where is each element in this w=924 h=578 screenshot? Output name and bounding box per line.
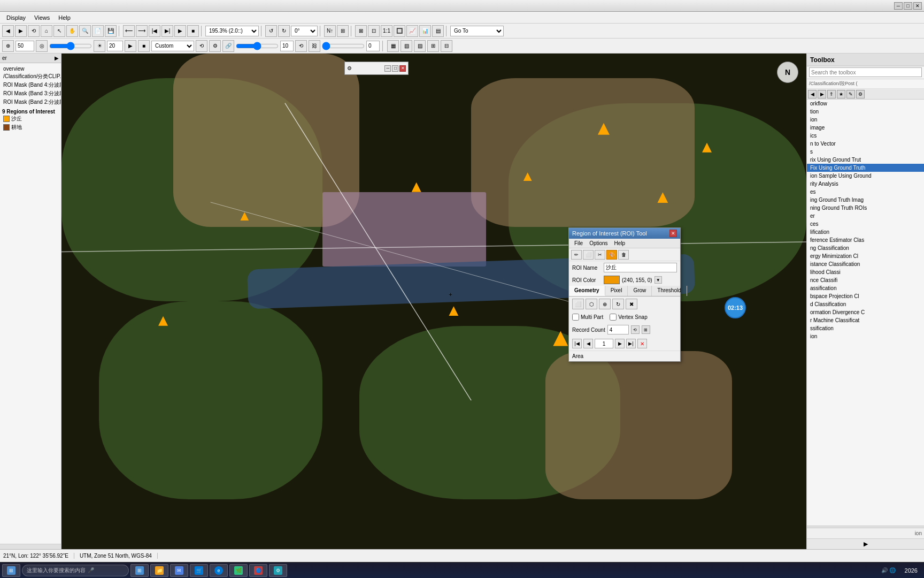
taskbar-store-btn[interactable]: 🛒 — [190, 564, 208, 577]
tb-pan-btn[interactable]: ✋ — [66, 25, 78, 37]
tb2-refresh2[interactable]: ⟲ — [295, 40, 307, 52]
tb2-sun[interactable]: ☀ — [94, 40, 105, 52]
taskbar-app2-btn[interactable]: 🔵 — [249, 564, 267, 577]
toolbox-item-13[interactable]: ning Ground Truth ROIs — [807, 204, 924, 212]
roi-menu-options[interactable]: Options — [586, 240, 611, 247]
roi-tb-color[interactable]: 🎨 — [606, 250, 617, 260]
rotation-select[interactable]: 0° — [291, 26, 318, 36]
roi-tb-delete[interactable]: 🗑 — [618, 250, 629, 260]
roi-item-gengdi[interactable]: 耕地 — [2, 123, 59, 132]
toolbox-item-12[interactable]: ing Ground Truth Imag — [807, 196, 924, 204]
toolbox-item-9[interactable]: ion Sample Using Ground — [807, 172, 924, 180]
roi-multipart-checkbox[interactable] — [572, 314, 579, 321]
tb-rotate-left[interactable]: ↺ — [265, 25, 277, 37]
tb2-circle[interactable]: ◎ — [36, 40, 48, 52]
menu-help[interactable]: Help — [54, 13, 75, 22]
roi-record-reset[interactable]: ⊞ — [642, 325, 650, 334]
toolbox-item-16[interactable]: lification — [807, 228, 924, 236]
toolbox-item-27[interactable]: r Machine Classificat — [807, 316, 924, 324]
toolbox-item-29[interactable]: ion — [807, 332, 924, 340]
tb-north-up[interactable]: N↑ — [324, 25, 336, 37]
roi-dialog-title-bar[interactable]: Region of Interest (ROI) Tool ✕ — [569, 228, 680, 239]
map-cursor[interactable]: + — [449, 291, 453, 295]
tb2-value1[interactable] — [16, 41, 34, 51]
tb2-value2[interactable] — [107, 41, 123, 51]
tb-rotate-right[interactable]: ↻ — [278, 25, 290, 37]
tb2-value3[interactable] — [280, 41, 294, 51]
roi-geom-rotate[interactable]: ↻ — [612, 299, 624, 309]
tb-pointer-btn[interactable]: ↖ — [53, 25, 65, 37]
menu-views[interactable]: Views — [30, 13, 54, 22]
tb-zoom-in-btn[interactable]: 🔍 — [79, 25, 91, 37]
maximize-button[interactable]: □ — [904, 2, 912, 10]
tb2-grid[interactable]: ▦ — [387, 40, 399, 52]
toolbox-item-21[interactable]: lihood Classi — [807, 268, 924, 276]
tb2-layers[interactable]: ▨ — [414, 40, 426, 52]
panel-item-roi-mask-4[interactable]: ROI Mask (Band 4:分波段) — [2, 81, 59, 89]
roi-tab-threshold[interactable]: Threshold — [652, 286, 687, 296]
roi-nav-prev[interactable]: ◀ — [583, 339, 593, 348]
tb-forward-btn[interactable]: ▶ — [15, 25, 27, 37]
taskbar-files-btn[interactable]: 📁 — [150, 564, 168, 577]
roi-vertexsnap-label[interactable]: Vertex Snap — [610, 314, 647, 321]
minimize-button[interactable]: ─ — [894, 2, 903, 10]
taskbar-view-btn[interactable]: ⊞ — [130, 564, 149, 577]
roi-geom-poly[interactable]: ⬡ — [586, 299, 597, 309]
zoom-select[interactable]: 195.3% (2.0::) — [205, 26, 259, 36]
roi-menu-help[interactable]: Help — [611, 240, 629, 247]
taskbar-start[interactable]: ⊞ — [2, 564, 20, 577]
tb2-crosshair[interactable]: ⊕ — [2, 40, 14, 52]
tb2-settings[interactable]: ⚙ — [209, 40, 221, 52]
roi-tab-pixel[interactable]: Pixel — [605, 286, 628, 296]
mini-dialog-close[interactable]: ✕ — [399, 65, 406, 72]
tb-profile[interactable]: 📈 — [406, 25, 418, 37]
tb2-refresh[interactable]: ⟲ — [196, 40, 207, 52]
roi-geom-delete[interactable]: ✖ — [626, 299, 637, 309]
toolbox-item-26[interactable]: ormation Divergence C — [807, 308, 924, 316]
taskbar-browser-btn[interactable]: e — [210, 564, 228, 577]
roi-nav-last[interactable]: ▶| — [626, 339, 636, 348]
toolbox-item-6[interactable]: s — [807, 148, 924, 156]
toolbox-search-input[interactable] — [809, 67, 922, 77]
roi-name-input[interactable] — [604, 263, 677, 272]
mini-dialog-maximize[interactable]: □ — [392, 65, 398, 72]
toolbox-nav-edit[interactable]: ✎ — [846, 90, 855, 98]
roi-record-input[interactable] — [607, 325, 629, 334]
tb-zoom-100[interactable]: 1:1 — [381, 25, 392, 37]
tb-prev-frame[interactable]: ⟵ — [123, 25, 135, 37]
toolbox-item-3[interactable]: image — [807, 124, 924, 132]
panel-item-overview[interactable]: overview — [2, 65, 59, 72]
tb-overview[interactable]: ⊞ — [337, 25, 349, 37]
close-button[interactable]: ✕ — [913, 2, 922, 10]
tb-last[interactable]: ▶| — [161, 25, 173, 37]
taskbar-app1-btn[interactable]: 🌿 — [229, 564, 248, 577]
roi-multipart-label[interactable]: Multi Part — [572, 314, 603, 321]
tb-first[interactable]: |◀ — [149, 25, 160, 37]
taskbar-app3-btn[interactable]: ⚙ — [269, 564, 287, 577]
tb2-slider3[interactable] — [322, 42, 365, 50]
map-mini-dialog[interactable]: ⚙ ─ □ ✕ — [344, 62, 409, 75]
toolbox-item-0[interactable]: orkflow — [807, 100, 924, 108]
toolbox-item-17[interactable]: ference Estimator Clas — [807, 236, 924, 244]
tb2-link[interactable]: 🔗 — [222, 40, 234, 52]
tb2-grid2[interactable]: ▧ — [401, 40, 412, 52]
toolbox-nav-star[interactable]: ★ — [837, 90, 845, 98]
tb-refresh-btn[interactable]: ⟲ — [28, 25, 40, 37]
roi-nav-next[interactable]: ▶ — [615, 339, 625, 348]
roi-tb-cut[interactable]: ✂ — [595, 250, 605, 260]
tb-home-btn[interactable]: ⌂ — [41, 25, 52, 37]
toolbox-item-10[interactable]: rity Analysis — [807, 180, 924, 188]
tb2-plus[interactable]: ⊞ — [427, 40, 439, 52]
roi-item-shaqiu[interactable]: 沙丘 — [2, 115, 59, 123]
toolbox-item-28[interactable]: ssification — [807, 324, 924, 332]
toolbox-collapse-btn[interactable]: ▶ — [807, 538, 924, 549]
tb-file-btn[interactable]: 📄 — [92, 25, 104, 37]
toolbox-item-5[interactable]: n to Vector — [807, 140, 924, 148]
roi-menu-file[interactable]: File — [571, 240, 586, 247]
toolbox-item-1[interactable]: tion — [807, 108, 924, 116]
roi-color-swatch[interactable] — [604, 276, 620, 284]
panel-item-roi-mask-3[interactable]: ROI Mask (Band 3:分波段) — [2, 89, 59, 98]
panel-resize-handle[interactable] — [0, 544, 61, 549]
toolbox-item-2[interactable]: ion — [807, 116, 924, 124]
menu-display[interactable]: Display — [2, 13, 30, 22]
